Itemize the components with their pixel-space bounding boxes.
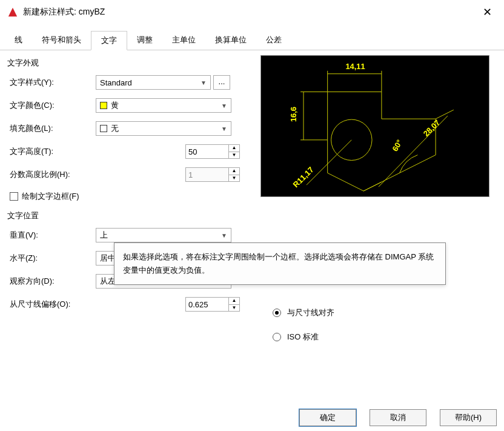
- tab-alternate[interactable]: 换算单位: [205, 31, 256, 50]
- chevron-down-icon: ▼: [221, 102, 227, 109]
- select-text-color[interactable]: 黄 ▼: [96, 98, 231, 113]
- dimension-preview: 14,11 16,6 R11,17 60° 28,07: [260, 55, 489, 197]
- radio-label-align-dim: 与尺寸线对齐: [287, 307, 334, 318]
- label-text-style: 文字样式(Y):: [6, 77, 96, 88]
- spinner-down-icon[interactable]: ▼: [229, 152, 239, 159]
- select-text-color-value: 黄: [111, 100, 119, 111]
- label-fraction-scale: 分数高度比例(H):: [6, 169, 110, 180]
- spinner-up-icon[interactable]: ▲: [229, 298, 239, 305]
- select-vertical-value: 上: [100, 230, 108, 241]
- select-vertical[interactable]: 上 ▼: [96, 228, 231, 242]
- svg-line-8: [307, 140, 351, 185]
- label-text-color: 文字颜色(C):: [6, 100, 96, 111]
- label-horizontal: 水平(Z):: [6, 253, 96, 264]
- button-cancel[interactable]: 取消: [370, 409, 426, 426]
- label-text-height: 文字高度(T):: [6, 146, 110, 157]
- radio-label-iso: ISO 标准: [287, 332, 319, 342]
- spinner-up-icon: ▲: [229, 168, 239, 175]
- checkbox-draw-frame[interactable]: [10, 192, 18, 201]
- close-button[interactable]: ✕: [477, 5, 497, 19]
- svg-text:60°: 60°: [390, 138, 404, 153]
- tab-fit[interactable]: 调整: [127, 31, 162, 50]
- spinner-offset[interactable]: ▲▼: [185, 297, 240, 312]
- label-vertical: 垂直(V):: [6, 230, 96, 241]
- tab-symbols[interactable]: 符号和箭头: [32, 31, 91, 50]
- select-fill-color-value: 无: [111, 123, 119, 134]
- app-logo-icon: [7, 7, 18, 18]
- svg-text:28,07: 28,07: [422, 118, 442, 138]
- select-fill-color[interactable]: 无 ▼: [96, 121, 231, 136]
- label-draw-frame: 绘制文字边框(F): [22, 191, 79, 202]
- group-text-appearance: 文字外观: [6, 54, 257, 71]
- svg-text:16,6: 16,6: [289, 107, 298, 122]
- label-view-direction: 观察方向(D):: [6, 276, 96, 287]
- chevron-down-icon: ▼: [221, 125, 227, 132]
- spinner-fraction-scale: ▲▼: [185, 167, 240, 182]
- spinner-down-icon[interactable]: ▼: [229, 305, 239, 312]
- chevron-down-icon: ▼: [201, 79, 207, 86]
- tab-bar: 线 符号和箭头 文字 调整 主单位 换算单位 公差: [0, 30, 504, 50]
- svg-text:14,11: 14,11: [345, 62, 365, 71]
- tab-primary[interactable]: 主单位: [162, 31, 205, 50]
- tab-lines[interactable]: 线: [5, 31, 32, 50]
- button-text-style-more[interactable]: ...: [213, 75, 230, 90]
- tooltip-draw-frame: 如果选择此选项，将在标注文字周围绘制一个边框。选择此选项会将存储在 DIMGAP…: [114, 242, 446, 285]
- spinner-up-icon[interactable]: ▲: [229, 145, 239, 152]
- button-help[interactable]: 帮助(H): [440, 409, 497, 426]
- tab-text[interactable]: 文字: [91, 31, 127, 50]
- color-swatch-icon: [100, 125, 107, 132]
- svg-marker-0: [8, 8, 17, 16]
- group-text-placement: 文字位置: [6, 207, 257, 224]
- radio-iso-standard[interactable]: ISO 标准: [273, 332, 481, 342]
- radio-align-with-dim[interactable]: 与尺寸线对齐: [273, 307, 481, 318]
- color-swatch-icon: [100, 102, 107, 109]
- select-text-style-value: Standard: [100, 78, 132, 87]
- spinner-down-icon: ▼: [229, 175, 239, 182]
- tab-tolerance[interactable]: 公差: [256, 31, 291, 50]
- label-fill-color: 填充颜色(L):: [6, 123, 96, 134]
- button-ok[interactable]: 确定: [299, 409, 356, 426]
- window-title: 新建标注样式: cmyBZ: [23, 7, 477, 18]
- input-fraction-scale: [186, 168, 228, 181]
- svg-text:R11,17: R11,17: [291, 165, 316, 189]
- spinner-text-height[interactable]: ▲▼: [185, 144, 240, 159]
- label-offset: 从尺寸线偏移(O):: [6, 299, 110, 310]
- svg-line-9: [436, 110, 454, 119]
- radio-dot-icon: [275, 311, 279, 315]
- input-text-height[interactable]: [186, 145, 228, 158]
- input-offset[interactable]: [186, 298, 228, 311]
- select-text-style[interactable]: Standard ▼: [96, 75, 211, 90]
- chevron-down-icon: ▼: [221, 232, 227, 239]
